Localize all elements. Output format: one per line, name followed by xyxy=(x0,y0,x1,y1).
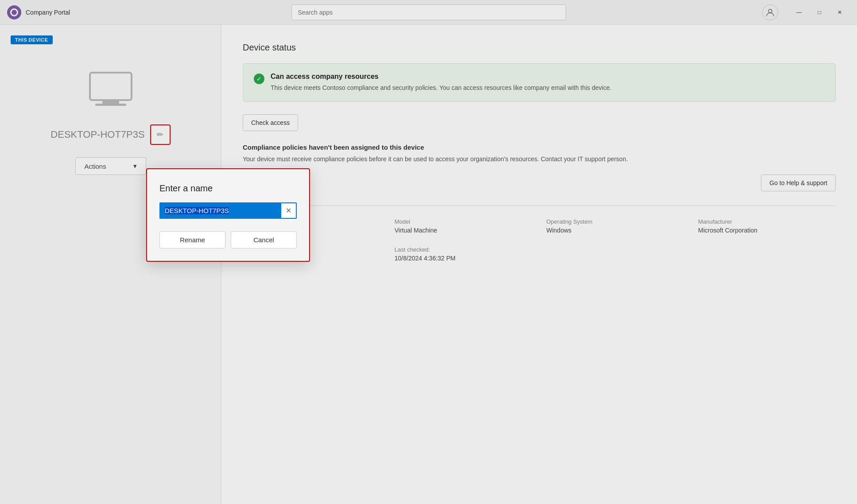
rename-dialog: Enter a name ✕ Rename Cancel xyxy=(146,168,310,262)
clear-input-button[interactable]: ✕ xyxy=(281,204,296,217)
rename-button[interactable]: Rename xyxy=(159,231,225,248)
dialog-title: Enter a name xyxy=(159,183,297,194)
dialog-buttons: Rename Cancel xyxy=(159,231,297,248)
clear-icon: ✕ xyxy=(286,206,291,215)
dialog-input-row: ✕ xyxy=(159,202,297,219)
rename-input[interactable] xyxy=(160,203,281,218)
dialog-overlay: Enter a name ✕ Rename Cancel xyxy=(0,0,857,504)
cancel-button[interactable]: Cancel xyxy=(231,231,297,248)
